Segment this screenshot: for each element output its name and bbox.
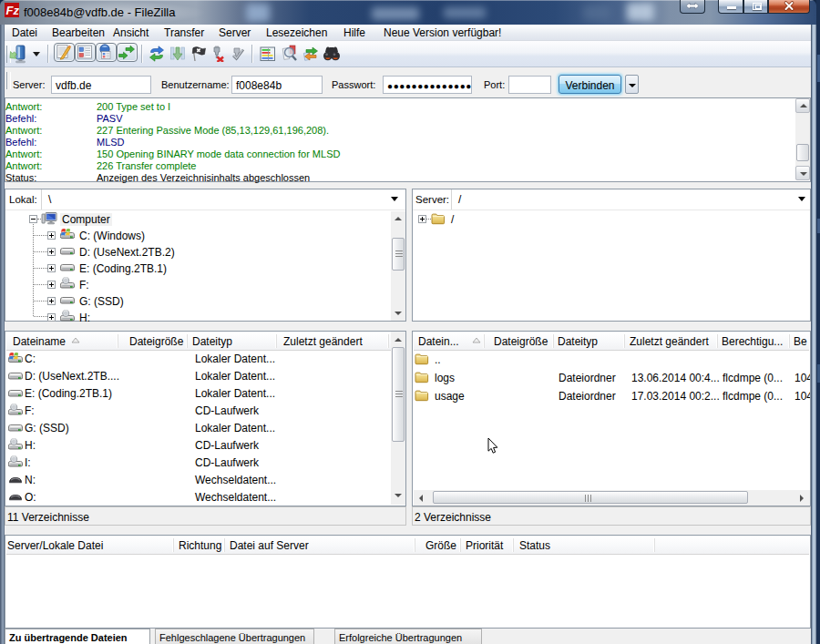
svg-text:Fz: Fz	[6, 4, 20, 17]
